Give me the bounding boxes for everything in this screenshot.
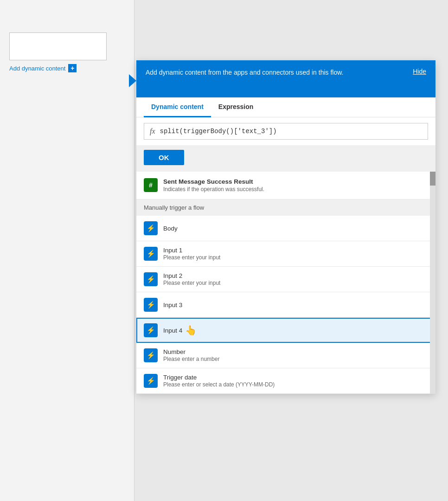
input2-label: Input 2 — [163, 272, 220, 279]
body-label: Body — [163, 225, 178, 232]
add-dynamic-content-button[interactable]: Add dynamic content + — [9, 64, 77, 72]
plus-icon: + — [68, 64, 77, 72]
hide-button[interactable]: Hide — [413, 68, 426, 75]
list-item-input1[interactable]: ⚡ Input 1 Please enter your input — [136, 241, 435, 267]
number-desc: Please enter a number — [163, 356, 219, 362]
triggerdate-desc: Please enter or select a date (YYYY-MM-D… — [163, 381, 275, 388]
input1-label: Input 1 — [163, 247, 220, 254]
input2-desc: Please enter your input — [163, 280, 220, 286]
hashtag-icon: # — [144, 178, 158, 192]
flow-icon-input4: ⚡ — [144, 323, 158, 337]
panel-arrow — [129, 74, 136, 87]
fx-icon: fx — [150, 127, 155, 135]
sent-message-desc: Indicates if the operation was successfu… — [163, 186, 264, 193]
sent-message-item[interactable]: # Sent Message Success Result Indicates … — [136, 172, 435, 199]
flow-icon-input3: ⚡ — [144, 298, 158, 312]
tab-dynamic-content[interactable]: Dynamic content — [144, 97, 211, 117]
section-header: Manually trigger a flow — [136, 199, 435, 216]
left-input-box — [9, 32, 107, 60]
input1-desc: Please enter your input — [163, 254, 220, 261]
flow-icon-number: ⚡ — [144, 348, 158, 362]
flow-icon-body: ⚡ — [144, 221, 158, 235]
list-area: # Sent Message Success Result Indicates … — [136, 172, 435, 394]
dynamic-content-panel: Add dynamic content from the apps and co… — [136, 60, 435, 394]
ok-area: OK — [136, 145, 435, 172]
input3-label: Input 3 — [163, 302, 182, 308]
flow-icon-input1: ⚡ — [144, 247, 158, 261]
number-label: Number — [163, 348, 219, 355]
cursor-icon: 👆 — [185, 325, 197, 336]
tab-expression[interactable]: Expression — [211, 97, 261, 117]
input4-label: Input 4 — [163, 327, 182, 334]
list-item-triggerdate[interactable]: ⚡ Trigger date Please enter or select a … — [136, 368, 435, 394]
panel-header: Add dynamic content from the apps and co… — [136, 60, 435, 97]
expression-input[interactable] — [160, 128, 422, 135]
expression-row: fx — [144, 123, 428, 140]
panel-header-text: Add dynamic content from the apps and co… — [146, 68, 343, 77]
ok-button[interactable]: OK — [144, 150, 184, 165]
sent-message-title: Sent Message Success Result — [163, 178, 264, 185]
flow-icon-input2: ⚡ — [144, 272, 158, 286]
list-item-number[interactable]: ⚡ Number Please enter a number — [136, 343, 435, 368]
list-item-input4[interactable]: ⚡ Input 4 👆 — [136, 318, 435, 343]
list-item-input3[interactable]: ⚡ Input 3 — [136, 292, 435, 318]
list-item-input2[interactable]: ⚡ Input 2 Please enter your input — [136, 267, 435, 292]
list-item-body[interactable]: ⚡ Body — [136, 216, 435, 241]
scrollbar-thumb[interactable] — [430, 172, 435, 186]
left-panel — [0, 0, 134, 501]
triggerdate-label: Trigger date — [163, 374, 275, 381]
flow-icon-triggerdate: ⚡ — [144, 374, 158, 388]
scrollbar-track — [430, 172, 435, 394]
add-dynamic-label: Add dynamic content — [9, 65, 65, 72]
tab-bar: Dynamic content Expression — [136, 97, 435, 117]
